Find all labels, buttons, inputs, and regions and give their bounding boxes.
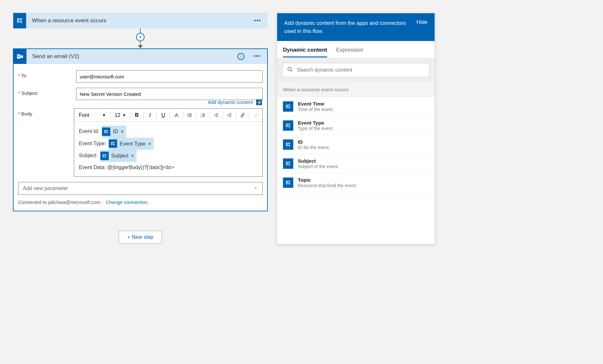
dc-item[interactable]: Event TimeTime of the event. [277, 97, 435, 116]
body-line-text: Event Data: @{triggerBody()?['data']}<br… [79, 162, 258, 173]
size-value: 12 [115, 112, 120, 118]
token-subject[interactable]: Subject × [100, 150, 137, 162]
dc-item-title: Subject [298, 158, 339, 164]
eventgrid-icon [102, 127, 110, 136]
dc-item-desc: Time of the event. [298, 107, 334, 112]
connector: + [13, 28, 268, 48]
add-dynamic-content-row: Add dynamic content ⚡ [18, 99, 263, 105]
body-editor[interactable]: Event Id: ID × Event Type: [74, 122, 262, 177]
search-box[interactable] [282, 63, 429, 77]
action-header[interactable]: Send an email (V2) i ••• [14, 49, 267, 64]
caret-down-icon: ▼ [122, 113, 126, 117]
action-menu-button[interactable]: ••• [247, 53, 267, 60]
add-parameter-select[interactable]: Add new parameter [18, 182, 263, 195]
body-label: *Body [18, 108, 74, 116]
numbered-list-button[interactable]: 123 [198, 111, 207, 120]
panel-header: Add dynamic content from the apps and co… [277, 13, 435, 41]
connected-text: Connected to jalichwa@microsoft.com. [18, 199, 102, 205]
italic-button[interactable]: I [146, 111, 155, 120]
eventgrid-icon [13, 13, 26, 28]
eventgrid-icon [283, 158, 293, 169]
tab-dynamic-content[interactable]: Dynamic content [283, 47, 327, 57]
token-label: Event Type [120, 138, 146, 149]
action-card: Send an email (V2) i ••• *To *Subject Ad… [13, 48, 268, 211]
bulleted-list-button[interactable] [185, 111, 194, 120]
to-label-text: To [21, 73, 26, 78]
font-value: Font [79, 112, 89, 118]
outdent-button[interactable] [212, 111, 221, 120]
add-step-between-button[interactable]: + [136, 33, 145, 41]
svg-rect-2 [18, 56, 20, 57]
trigger-card[interactable]: When a resource event occurs ••• [13, 13, 268, 28]
body-line-label: Subject: [79, 153, 97, 158]
chevron-down-icon [253, 186, 258, 191]
dc-item-desc: Subject of the event. [298, 164, 339, 169]
dc-item-title: ID [298, 139, 330, 145]
panel-tabs: Dynamic content Expression [277, 41, 435, 57]
connection-info: Connected to jalichwa@microsoft.com. Cha… [18, 195, 263, 207]
field-to: *To [18, 70, 263, 83]
field-body: *Body Font▼ 12▼ B I [18, 108, 263, 177]
tab-expression[interactable]: Expression [336, 47, 363, 57]
trigger-title: When a resource event occurs [26, 17, 247, 24]
toolbar-separator [209, 111, 210, 119]
info-icon[interactable]: i [237, 53, 245, 60]
field-subject: *Subject [18, 88, 263, 100]
svg-point-5 [187, 116, 188, 117]
toolbar-separator [110, 111, 111, 119]
svg-rect-1 [18, 56, 20, 56]
dc-item[interactable]: SubjectSubject of the event. [277, 154, 435, 173]
add-parameter-placeholder: Add new parameter [23, 186, 68, 191]
font-select[interactable]: Font▼ [76, 112, 108, 118]
new-step-button[interactable]: + New step [119, 231, 162, 244]
unlink-button[interactable] [251, 111, 260, 120]
size-select[interactable]: 12▼ [113, 112, 128, 118]
token-event-type[interactable]: Event Type × [109, 138, 154, 150]
dc-group-label: When a resource event occurs [277, 82, 435, 97]
token-remove-button[interactable]: × [148, 138, 151, 149]
connector-line [140, 28, 141, 33]
to-label: *To [18, 70, 76, 78]
panel-header-text: Add dynamic content from the apps and co… [284, 19, 411, 35]
add-dynamic-content-link[interactable]: Add dynamic content [208, 99, 253, 105]
toolbar-separator [249, 111, 249, 119]
outlook-icon [14, 49, 26, 64]
dc-item-desc: ID for the event. [298, 145, 330, 150]
dc-item[interactable]: Event TypeType of the event. [277, 116, 435, 135]
subject-label-text: Subject [21, 90, 37, 96]
change-connection-link[interactable]: Change connection. [106, 199, 149, 205]
underline-button[interactable]: U [159, 111, 168, 120]
eventgrid-icon [283, 177, 293, 188]
token-id[interactable]: ID × [102, 126, 126, 138]
dynamic-content-panel: Add dynamic content from the apps and co… [277, 13, 435, 244]
toolbar-separator [236, 111, 236, 119]
rte: Font▼ 12▼ B I U [74, 108, 263, 177]
eventgrid-icon [283, 101, 293, 112]
subject-label: *Subject [18, 88, 76, 96]
token-remove-button[interactable]: × [131, 150, 134, 161]
token-remove-button[interactable]: × [121, 126, 124, 137]
dc-item-title: Topic [298, 177, 357, 183]
to-input[interactable] [76, 70, 263, 83]
body-line-label: Event Id: [79, 128, 99, 134]
dc-item[interactable]: IDID for the event. [277, 135, 435, 154]
dc-item[interactable]: TopicResource that fired the event. [277, 173, 435, 192]
search-wrap [277, 58, 435, 82]
dynamic-content-badge-icon[interactable]: ⚡ [256, 99, 262, 105]
flow-column: When a resource event occurs ••• + Send … [13, 13, 268, 244]
indent-button[interactable] [225, 111, 234, 120]
svg-point-3 [187, 113, 188, 114]
trigger-menu-button[interactable]: ••• [247, 17, 267, 24]
bold-button[interactable]: B [132, 111, 141, 120]
action-title: Send an email (V2) [26, 53, 237, 60]
panel: Add dynamic content from the apps and co… [277, 13, 435, 244]
hide-panel-button[interactable]: Hide [417, 19, 427, 25]
search-input[interactable] [297, 67, 425, 73]
font-color-button[interactable] [172, 111, 181, 120]
link-button[interactable] [238, 111, 247, 120]
subject-input[interactable] [76, 88, 263, 100]
eventgrid-icon [283, 139, 293, 150]
body-label-text: Body [21, 111, 32, 116]
rte-toolbar: Font▼ 12▼ B I U [74, 109, 262, 122]
toolbar-separator [143, 111, 144, 119]
